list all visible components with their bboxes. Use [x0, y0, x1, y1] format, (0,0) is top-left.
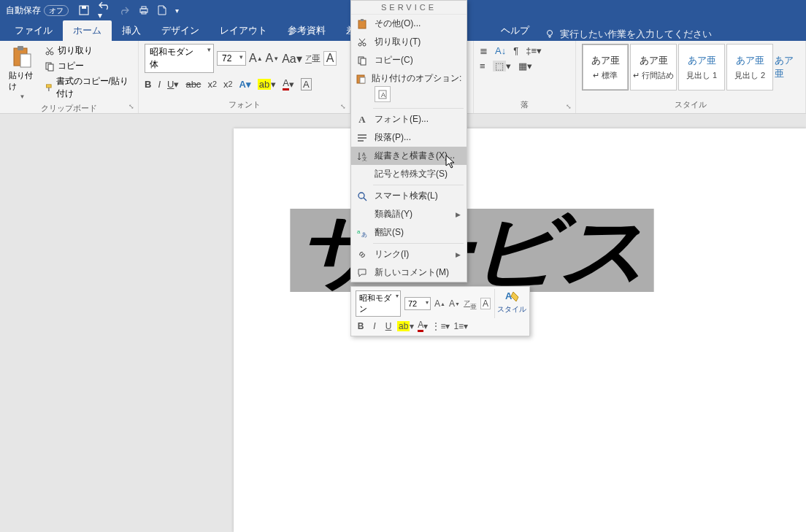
tab-references[interactable]: 参考資料: [277, 20, 336, 41]
qat-customize-icon[interactable]: ▾: [175, 7, 179, 15]
style-heading3-partial[interactable]: あア亜: [775, 44, 797, 90]
superscript-button[interactable]: x2: [223, 79, 233, 90]
strikethrough-button[interactable]: abc: [185, 79, 201, 90]
tell-me-placeholder: 実行したい作業を入力してください: [560, 28, 712, 41]
mini-bullets[interactable]: ⋮≡▾: [431, 321, 450, 331]
paste-button[interactable]: 貼り付け ▼: [6, 44, 39, 101]
cm-cut[interactable]: 切り取り(T): [351, 33, 467, 51]
change-case-button[interactable]: Aa▾: [282, 52, 302, 66]
font-size-combo[interactable]: 72: [217, 51, 246, 66]
svg-text:あ: あ: [361, 231, 367, 238]
mini-underline[interactable]: U: [383, 321, 394, 331]
mini-bold[interactable]: B: [356, 321, 366, 331]
style-no-spacing[interactable]: あア亜 ↵ 行間詰め: [630, 44, 677, 90]
tab-insert[interactable]: 挿入: [112, 20, 151, 41]
cm-text-direction[interactable]: A文 縦書きと横書き(X)...: [351, 147, 467, 165]
format-painter-button[interactable]: 書式のコピー/貼り付け: [43, 74, 132, 101]
paragraph-icon: [356, 132, 369, 144]
svg-point-27: [358, 193, 364, 198]
mini-numbering[interactable]: 1≡▾: [453, 321, 468, 331]
paragraph-group-label: 落: [480, 98, 569, 112]
mini-font-combo[interactable]: 昭和モダン: [356, 290, 401, 317]
mini-highlight[interactable]: ab▾: [397, 321, 414, 331]
paste-keep-source-icon[interactable]: A: [375, 86, 391, 102]
font-color-button[interactable]: A▾: [283, 77, 294, 90]
font-name-combo[interactable]: 昭和モダン体: [145, 44, 214, 73]
cm-separator: [373, 185, 464, 185]
mini-phonetic[interactable]: ア亜: [464, 297, 477, 310]
cm-font-label: フォント(E)...: [375, 113, 461, 126]
cm-new-comment-label: 新しいコメント(M): [375, 266, 461, 279]
mini-size-combo[interactable]: 72: [404, 297, 431, 310]
tab-design[interactable]: デザイン: [151, 20, 210, 41]
borders-button[interactable]: ▦▾: [518, 61, 532, 72]
svg-rect-1: [82, 6, 86, 9]
align-distributed-button[interactable]: ≣: [480, 45, 488, 56]
clipboard-dialog-launcher[interactable]: ⤡: [126, 101, 137, 112]
submenu-arrow-icon: ▶: [456, 211, 461, 218]
show-marks-button[interactable]: ¶: [513, 45, 518, 56]
blank-icon: [356, 209, 369, 220]
enclose-char-button[interactable]: A: [301, 78, 312, 90]
mini-styles-button[interactable]: A スタイル: [497, 289, 526, 334]
cm-font[interactable]: A フォント(E)...: [351, 110, 467, 128]
mini-shrink-font[interactable]: A▼: [449, 298, 460, 309]
paragraph-dialog-launcher[interactable]: ⤡: [564, 101, 574, 112]
save-icon[interactable]: [79, 5, 89, 15]
autosave-toggle[interactable]: オフ: [44, 5, 69, 16]
mini-font-color[interactable]: A▾: [418, 320, 428, 332]
cut-button[interactable]: 切り取り: [43, 44, 132, 58]
tab-layout[interactable]: レイアウト: [210, 20, 277, 41]
copy-button[interactable]: コピー: [43, 59, 132, 73]
svg-text:文: 文: [362, 156, 367, 161]
selected-text[interactable]: サービス: [290, 209, 653, 292]
highlight-button[interactable]: ab▾: [258, 79, 276, 90]
line-spacing-button[interactable]: ‡≡▾: [526, 45, 542, 56]
align-right-button[interactable]: ≡: [480, 61, 485, 72]
paste-label: 貼り付け: [9, 70, 36, 92]
shading-button[interactable]: ⬚▾: [493, 61, 511, 72]
cm-link[interactable]: リンク(I) ▶: [351, 245, 467, 263]
style-heading1[interactable]: あア亜 見出し 1: [678, 44, 725, 90]
cm-paragraph[interactable]: 段落(P)...: [351, 128, 467, 147]
tab-file[interactable]: ファイル: [4, 20, 63, 41]
cut-label: 切り取り: [58, 45, 93, 57]
phonetic-guide-button[interactable]: ア亜: [305, 52, 321, 65]
underline-button[interactable]: U▾: [167, 79, 179, 90]
quick-access-toolbar: ▾ ▾: [79, 0, 179, 20]
new-document-icon[interactable]: [158, 5, 166, 15]
sort-button[interactable]: A↓: [495, 45, 506, 56]
svg-rect-8: [20, 54, 31, 67]
cm-other[interactable]: その他(O)...: [351, 15, 467, 33]
group-font: 昭和モダン体 72 A▲ A▼ Aa▾ ア亜 A B I U▾ abc x2 x…: [139, 41, 350, 113]
font-dialog-launcher[interactable]: ⤡: [338, 101, 348, 112]
undo-icon[interactable]: ▾: [98, 0, 111, 20]
mini-grow-font[interactable]: A▲: [434, 298, 445, 309]
cm-translate[interactable]: aあ 翻訳(S): [351, 223, 467, 242]
mini-italic[interactable]: I: [369, 321, 380, 331]
cm-smart-lookup[interactable]: スマート検索(L): [351, 187, 467, 205]
tell-me-search[interactable]: 実行したい作業を入力してください: [545, 28, 712, 41]
search-icon: [356, 190, 369, 202]
text-direction-icon: A文: [356, 150, 369, 162]
cm-symbols[interactable]: 記号と特殊文字(S): [351, 165, 467, 183]
blank-icon: [356, 169, 369, 180]
cm-synonyms[interactable]: 類義語(Y) ▶: [351, 205, 467, 223]
shrink-font-button[interactable]: A▼: [266, 52, 280, 65]
style-preview: あア亜: [688, 54, 716, 67]
grow-font-button[interactable]: A▲: [249, 52, 263, 65]
clear-formatting-button[interactable]: A: [323, 51, 337, 66]
tab-help[interactable]: ヘルプ: [491, 20, 540, 41]
cm-new-comment[interactable]: 新しいコメント(M): [351, 263, 467, 282]
mini-clear-format[interactable]: A: [480, 298, 491, 309]
bold-button[interactable]: B: [145, 79, 151, 90]
print-icon[interactable]: [139, 5, 149, 15]
italic-button[interactable]: I: [158, 79, 161, 90]
cm-copy[interactable]: コピー(C): [351, 51, 467, 69]
subscript-button[interactable]: x2: [207, 79, 217, 90]
text-effects-button[interactable]: A▾: [239, 79, 250, 90]
style-normal[interactable]: あア亜 ↵ 標準: [582, 44, 629, 90]
style-heading2[interactable]: あア亜 見出し 2: [726, 44, 773, 90]
autosave-control[interactable]: 自動保存 オフ: [6, 4, 69, 17]
tab-home[interactable]: ホーム: [63, 20, 112, 41]
